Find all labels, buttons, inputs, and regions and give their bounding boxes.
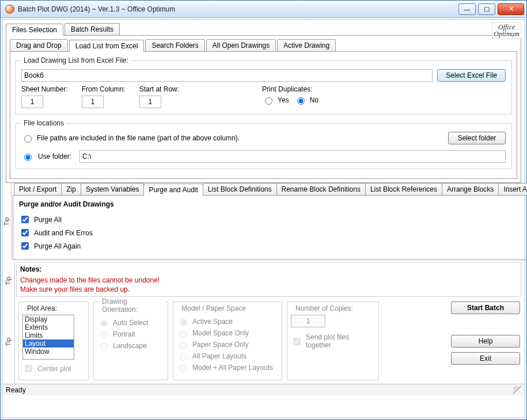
plot-area-item[interactable]: Limits xyxy=(23,331,74,339)
maximize-button[interactable]: ▢ xyxy=(478,3,495,15)
app-window: Batch Plot DWG (2014) ~ Ver.1.3 ~ Office… xyxy=(0,0,527,420)
select-excel-button[interactable]: Select Excel File xyxy=(437,69,506,82)
file-locations-fieldset: File locations File paths are included i… xyxy=(15,119,512,169)
space-allpaper-radio xyxy=(180,353,187,361)
copies-input xyxy=(291,315,325,327)
load-excel-panel: Load Drawing List from Excel File: Selec… xyxy=(10,51,517,179)
tab-load-excel[interactable]: Load List from Excel xyxy=(69,40,145,52)
tab-plot-export[interactable]: Plot / Export xyxy=(14,183,62,195)
dup-yes-radio[interactable] xyxy=(265,97,272,105)
audit-fix-label: Audit and Fix Erros xyxy=(34,229,93,237)
lower-tabrow: Plot / Export Zip System Variables Purge… xyxy=(13,183,527,196)
tab-rename-block[interactable]: Rename Block Definitions xyxy=(276,183,366,195)
purge-again-check[interactable] xyxy=(21,242,29,250)
tip-gutter-4: Tip xyxy=(2,299,15,384)
tab-batch-results[interactable]: Batch Results xyxy=(65,23,120,35)
copies-legend: Number of Copies: xyxy=(293,304,355,312)
resize-grip-icon[interactable] xyxy=(513,386,521,394)
tab-purge-audit[interactable]: Purge and Audit xyxy=(143,184,203,196)
orient-auto-radio xyxy=(100,320,108,327)
start-row-input[interactable] xyxy=(139,96,161,108)
status-text: Ready xyxy=(6,386,26,394)
dup-no-label: No xyxy=(310,96,319,104)
tab-all-open[interactable]: All Open Drawings xyxy=(206,39,276,51)
audit-fix-check[interactable] xyxy=(21,229,29,236)
plot-area-item[interactable]: Extents xyxy=(23,323,74,331)
tab-files-selection[interactable]: Files Selection xyxy=(6,24,63,36)
tab-zip[interactable]: Zip xyxy=(61,183,81,195)
sheet-number-input[interactable] xyxy=(21,96,43,108)
load-excel-legend: Load Drawing List from Excel File: xyxy=(21,56,131,64)
brand-line2: Optimum xyxy=(494,30,520,38)
use-folder-radio[interactable] xyxy=(24,154,32,161)
files-selection-panel: Drag and Drop Load List from Excel Searc… xyxy=(6,35,521,183)
tab-sysvars[interactable]: System Variables xyxy=(81,183,144,195)
space-active-radio xyxy=(180,319,187,326)
tab-insert-all[interactable]: Insert All Blocks xyxy=(498,183,527,195)
notes-line2: Make sure your files are backed up. xyxy=(20,285,517,294)
tip-label-3: Tip xyxy=(5,277,12,285)
load-excel-fieldset: Load Drawing List from Excel File: Selec… xyxy=(15,56,512,114)
notes-line1: Changes made to the files cannot be undo… xyxy=(20,276,517,285)
tip-label-2: Tip xyxy=(3,217,10,226)
purge-all-check[interactable] xyxy=(21,216,29,223)
purge-again-label: Purge All Again xyxy=(34,242,81,250)
notes-box: Notes: Changes made to the files cannot … xyxy=(16,262,521,297)
purge-all-label: Purge All xyxy=(34,216,62,224)
client-area: Office Optimum Files Selection Batch Res… xyxy=(2,19,525,418)
tab-arrange-blocks[interactable]: Arrange Blocks xyxy=(442,183,499,195)
plot-area-legend: Plot Area: xyxy=(25,304,59,312)
space-paper-radio xyxy=(180,342,187,349)
paths-included-radio[interactable] xyxy=(24,135,32,143)
orient-portrait-radio xyxy=(100,331,108,339)
status-bar: Ready xyxy=(2,384,525,395)
paths-included-label: File paths are included in the file name… xyxy=(37,134,240,142)
tip-gutter-3: Tip xyxy=(2,262,15,299)
folder-path-input[interactable] xyxy=(79,150,506,163)
file-locations-legend: File locations xyxy=(21,119,66,127)
exit-button[interactable]: Exit xyxy=(451,352,520,365)
center-plot-check xyxy=(25,365,32,372)
plot-area-list[interactable]: DisplayExtentsLimitsLayoutWindow xyxy=(22,315,74,360)
tab-drag-drop[interactable]: Drag and Drop xyxy=(10,39,68,51)
space-legend: Model / Paper Space xyxy=(179,304,248,312)
plot-area-group: Plot Area: DisplayExtentsLimitsLayoutWin… xyxy=(18,301,89,380)
start-row-label: Start at Row: xyxy=(139,85,179,93)
main-tabrow: Files Selection Batch Results Drag and D… xyxy=(2,20,525,183)
dup-no-radio[interactable] xyxy=(297,97,305,105)
space-group: Model / Paper Space Active Space Model S… xyxy=(173,301,282,380)
orientation-group: Drawing Orientation: Auto Select Portrai… xyxy=(93,301,168,380)
from-column-label: From Column: xyxy=(82,85,126,93)
plot-area-item[interactable]: Window xyxy=(23,348,74,356)
window-buttons: — ▢ ✕ xyxy=(458,3,524,15)
minimize-button[interactable]: — xyxy=(458,3,476,15)
space-paper-label: Paper Space Only xyxy=(192,341,248,349)
plot-area-item[interactable]: Layout xyxy=(23,339,74,348)
tab-search-folders[interactable]: Search Folders xyxy=(145,39,204,51)
use-folder-label: Use folder: xyxy=(38,152,71,161)
purge-audit-panel: Purge and/or Audit Drawings Purge All Au… xyxy=(13,196,527,260)
send-together-label: Send plot files together xyxy=(306,333,375,349)
brand-badge: Office Optimum xyxy=(492,22,521,39)
select-folder-button[interactable]: Select folder xyxy=(448,132,506,144)
dup-yes-label: Yes xyxy=(278,96,289,104)
center-plot-label: Center plot xyxy=(37,365,71,373)
close-button[interactable]: ✕ xyxy=(498,3,524,15)
plot-area-item[interactable]: Display xyxy=(23,315,74,323)
tab-list-block-ref[interactable]: List Block References xyxy=(365,183,442,195)
app-icon xyxy=(5,5,14,14)
orient-portrait-label: Portrait xyxy=(113,330,135,338)
sheet-number-label: Sheet Number: xyxy=(21,85,68,93)
tab-list-block-def[interactable]: List Block Definitions xyxy=(203,183,277,195)
send-together-check xyxy=(293,338,301,345)
action-buttons: Start Batch Help Exit xyxy=(451,301,521,380)
orient-landscape-radio xyxy=(100,343,108,350)
start-batch-button[interactable]: Start Batch xyxy=(451,301,520,314)
help-button[interactable]: Help xyxy=(451,335,520,348)
excel-book-input[interactable] xyxy=(21,69,433,82)
tab-active-drawing[interactable]: Active Drawing xyxy=(277,39,336,51)
from-column-input[interactable] xyxy=(82,96,104,108)
purge-title: Purge and/or Audit Drawings xyxy=(19,200,527,208)
space-modelall-label: Model + All Paper Layouts xyxy=(192,364,273,372)
orientation-legend: Drawing Orientation: xyxy=(100,297,164,314)
